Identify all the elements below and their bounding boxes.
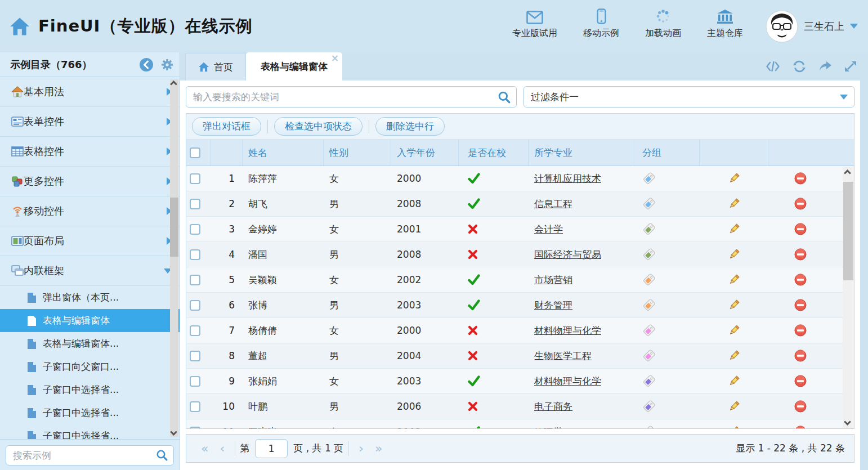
column-header-year[interactable]: 入学年份 [391, 140, 459, 165]
major-link[interactable]: 电子商务 [534, 400, 572, 413]
sidebar-item-移动控件[interactable]: 移动控件 [0, 196, 180, 226]
keyword-search-input[interactable] [186, 86, 517, 108]
column-header-enrolled[interactable]: 是否在校 [459, 140, 529, 165]
edit-pencil-icon[interactable] [728, 223, 740, 235]
major-link[interactable]: 国际经济与贸易 [534, 248, 601, 261]
table-row[interactable]: 6张博男2003财务管理 [186, 293, 854, 318]
edit-pencil-icon[interactable] [728, 426, 740, 429]
sidebar-item-更多控件[interactable]: 更多控件 [0, 167, 180, 196]
delete-icon[interactable] [794, 299, 807, 311]
row-checkbox[interactable] [190, 401, 200, 412]
filter-dropdown-value[interactable]: 过滤条件一 [524, 86, 854, 108]
table-row[interactable]: 7杨倩倩女2000材料物理与化学 [186, 318, 854, 343]
row-checkbox[interactable] [190, 325, 200, 336]
toolbar-button-删除选中行[interactable]: 删除选中行 [375, 117, 445, 136]
delete-icon[interactable] [794, 350, 807, 362]
table-row[interactable]: 11王晓晓女2002管理学 [186, 419, 854, 429]
sidebar-subitem-子窗口向父窗口...[interactable]: 子窗口向父窗口... [0, 355, 180, 378]
delete-icon[interactable] [794, 274, 807, 286]
share-icon[interactable] [818, 61, 832, 72]
close-tab-icon[interactable]: × [331, 53, 339, 63]
header-action-移动示例[interactable]: 移动示例 [583, 8, 619, 39]
row-checkbox[interactable] [190, 249, 200, 260]
filter-dropdown[interactable]: 过滤条件一 [524, 86, 854, 108]
sidebar-subitem-子窗口中选择省...[interactable]: 子窗口中选择省... [0, 378, 180, 401]
scroll-down-icon[interactable] [844, 418, 851, 426]
column-header-name[interactable]: 姓名 [243, 140, 324, 165]
row-checkbox[interactable] [190, 427, 200, 429]
header-action-加载动画[interactable]: 加载动画 [645, 8, 681, 39]
sidebar-item-内联框架[interactable]: 内联框架 [0, 256, 180, 286]
delete-icon[interactable] [794, 223, 807, 235]
refresh-icon[interactable] [793, 60, 806, 73]
tab-grid-edit-window[interactable]: 表格与编辑窗体 × [246, 52, 342, 80]
source-code-icon[interactable] [766, 61, 780, 72]
delete-icon[interactable] [794, 172, 807, 185]
column-header-major[interactable]: 所学专业 [529, 140, 633, 165]
header-action-专业版试用[interactable]: 专业版试用 [512, 11, 557, 39]
last-page-button[interactable]: » [369, 441, 388, 455]
next-page-button[interactable]: › [353, 441, 369, 455]
table-row[interactable]: 1陈萍萍女2000计算机应用技术 [186, 166, 854, 191]
sidebar-subitem-弹出窗体（本页...[interactable]: 弹出窗体（本页... [0, 286, 180, 309]
scroll-up-icon[interactable] [170, 80, 177, 88]
search-icon[interactable] [156, 449, 168, 462]
major-link[interactable]: 市场营销 [534, 274, 572, 287]
sidebar-scrollbar[interactable] [170, 79, 178, 437]
major-link[interactable]: 会计学 [534, 223, 563, 236]
major-link[interactable]: 财务管理 [534, 299, 572, 312]
user-menu[interactable]: 三生石上 [766, 10, 858, 43]
edit-pencil-icon[interactable] [728, 198, 740, 210]
edit-pencil-icon[interactable] [728, 350, 740, 362]
page-number-input[interactable] [255, 439, 288, 458]
edit-pencil-icon[interactable] [728, 248, 740, 261]
gear-icon[interactable] [160, 58, 174, 71]
row-checkbox[interactable] [190, 199, 200, 209]
table-row[interactable]: 8董超男2004生物医学工程 [186, 343, 854, 369]
sidebar-item-基本用法[interactable]: 基本用法 [0, 77, 180, 107]
edit-pencil-icon[interactable] [728, 400, 740, 413]
table-row[interactable]: 5吴颖颖女2002市场营销 [186, 267, 854, 293]
row-checkbox[interactable] [190, 275, 200, 285]
edit-pencil-icon[interactable] [728, 274, 740, 286]
collapse-sidebar-icon[interactable] [139, 57, 154, 72]
prev-page-button[interactable]: ‹ [214, 441, 230, 455]
delete-icon[interactable] [794, 324, 807, 337]
expand-icon[interactable] [844, 60, 857, 73]
table-row[interactable]: 2胡飞男2008信息工程 [186, 191, 854, 217]
edit-pencil-icon[interactable] [728, 172, 740, 185]
column-header-sel[interactable] [186, 140, 211, 165]
search-icon[interactable] [498, 91, 511, 104]
sidebar-search-input[interactable] [6, 445, 174, 465]
delete-icon[interactable] [794, 400, 807, 413]
delete-icon[interactable] [794, 375, 807, 387]
grid-scrollbar[interactable] [843, 167, 854, 428]
major-link[interactable]: 计算机应用技术 [534, 172, 601, 185]
sidebar-item-表单控件[interactable]: 表单控件 [0, 107, 180, 137]
first-page-button[interactable]: « [195, 441, 214, 455]
edit-pencil-icon[interactable] [728, 324, 740, 337]
toolbar-button-检查选中项状态[interactable]: 检查选中项状态 [274, 117, 363, 136]
sidebar-item-表格控件[interactable]: 表格控件 [0, 137, 180, 167]
home-logo-icon[interactable] [9, 17, 30, 36]
row-checkbox[interactable] [190, 173, 200, 184]
table-row[interactable]: 10叶鹏男2006电子商务 [186, 394, 854, 419]
table-row[interactable]: 3金婷婷女2001会计学 [186, 217, 854, 242]
delete-icon[interactable] [794, 426, 807, 429]
row-checkbox[interactable] [190, 300, 200, 311]
scrollbar-thumb[interactable] [170, 198, 178, 257]
edit-pencil-icon[interactable] [728, 299, 740, 311]
scrollbar-thumb[interactable] [843, 182, 853, 280]
select-all-checkbox[interactable] [190, 147, 200, 158]
column-header-group[interactable]: 分组 [633, 140, 700, 165]
tab-home[interactable]: 首页 [185, 53, 246, 80]
major-link[interactable]: 材料物理与化学 [534, 375, 601, 388]
toolbar-button-弹出对话框[interactable]: 弹出对话框 [192, 117, 261, 136]
sidebar-item-页面布局[interactable]: 页面布局 [0, 226, 180, 256]
sidebar-subitem-子窗口中选择省...[interactable]: 子窗口中选择省... [0, 401, 180, 424]
row-checkbox[interactable] [190, 224, 200, 235]
edit-pencil-icon[interactable] [728, 375, 740, 387]
sidebar-subitem-表格与编辑窗体...[interactable]: 表格与编辑窗体... [0, 332, 180, 355]
major-link[interactable]: 生物医学工程 [534, 350, 592, 362]
delete-icon[interactable] [794, 248, 807, 261]
